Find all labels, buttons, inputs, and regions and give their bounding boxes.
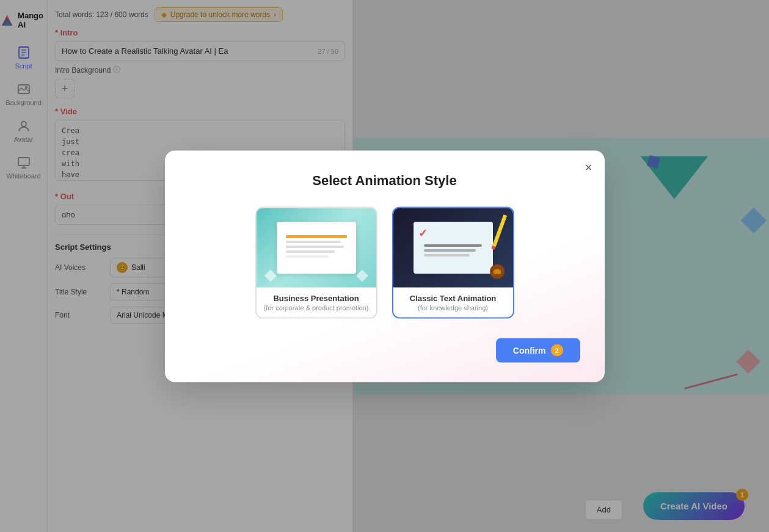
animation-card-classic[interactable]: ✓ Classic Text Ani [392, 206, 514, 318]
classic-card-content: ✓ [420, 235, 486, 260]
classic-card-paper: ✓ [414, 222, 493, 274]
modal-close-button[interactable]: × [585, 160, 592, 174]
classic-card-desc: (for knowledge sharing) [399, 304, 507, 311]
animation-card-business[interactable]: Business Presentation (for corporate & p… [255, 206, 377, 318]
checkmark-icon: ✓ [418, 227, 428, 240]
card-diamond-right [356, 269, 368, 282]
business-card-preview [257, 208, 376, 287]
classic-card-info: Classic Text Animation (for knowledge sh… [393, 287, 513, 317]
coffee-icon [490, 264, 505, 279]
animation-style-modal: × Select Animation Style [165, 150, 605, 382]
business-card-name: Business Presentation [263, 293, 370, 302]
modal-title: Select Animation Style [189, 172, 580, 188]
confirm-badge: 2 [551, 344, 563, 356]
business-card-text [282, 231, 351, 264]
modal-footer: Confirm 2 [189, 338, 580, 362]
business-card-desc: (for corporate & product promotion) [263, 304, 370, 311]
card-diamond-left [264, 269, 277, 282]
confirm-button[interactable]: Confirm 2 [496, 338, 580, 362]
animation-cards: Business Presentation (for corporate & p… [189, 206, 580, 318]
classic-card-name: Classic Text Animation [399, 293, 507, 302]
pencil-icon [490, 214, 506, 250]
classic-text-lines [424, 244, 482, 257]
business-card-info: Business Presentation (for corporate & p… [257, 287, 376, 317]
classic-card-preview: ✓ [393, 208, 513, 287]
business-card-paper [277, 222, 356, 274]
